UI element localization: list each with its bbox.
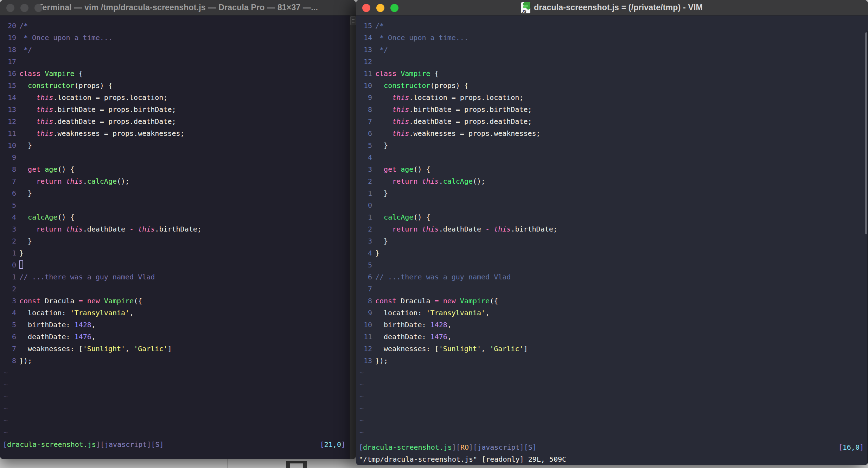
terminal-scrollbar[interactable]	[350, 15, 356, 459]
code-text: }	[19, 187, 32, 199]
window-title: JS dracula-screenshot.js = (/private/tmp…	[521, 2, 703, 13]
line-number: 1	[359, 211, 372, 223]
empty-line-tilde: ~	[0, 367, 350, 379]
minimize-button[interactable]	[20, 4, 28, 12]
code-line: 6 }	[0, 187, 350, 199]
vim-commandline: "/tmp/dracula-screenshot.js" [readonly] …	[356, 453, 868, 465]
code-line: 7	[356, 283, 868, 295]
empty-line-tilde: ~	[356, 391, 868, 403]
code-text: // ...there was a guy named Vlad	[19, 271, 155, 283]
line-number: 3	[3, 223, 16, 235]
line-number: 10	[359, 319, 372, 331]
code-line: 3const Dracula = new Vampire({	[0, 295, 350, 307]
code-line: 2 }	[0, 235, 350, 247]
line-number: 6	[359, 127, 372, 139]
line-number: 2	[359, 223, 372, 235]
code-line: 1 }	[356, 187, 868, 199]
line-number: 4	[359, 247, 372, 259]
code-text: location: 'Transylvania',	[19, 307, 134, 319]
scrollbar-thumb[interactable]	[865, 32, 867, 234]
code-line: 0	[0, 259, 350, 271]
line-number: 1	[3, 271, 16, 283]
code-line: 8const Dracula = new Vampire({	[356, 295, 868, 307]
empty-line-tilde: ~	[356, 415, 868, 426]
line-number: 8	[3, 163, 16, 175]
line-number: 2	[3, 283, 16, 295]
line-number: 5	[359, 259, 372, 271]
line-number: 7	[3, 175, 16, 187]
code-text: weaknesses: ['Sunlight', 'Garlic']	[375, 343, 528, 355]
code-text: }	[375, 139, 388, 151]
code-text: birthDate: 1428,	[19, 319, 96, 331]
code-line: 20/*	[0, 20, 350, 32]
code-line: 6// ...there was a guy named Vlad	[356, 271, 868, 283]
vim-buffer-left[interactable]: 20/*19 * Once upon a time...18 */1716cla…	[0, 15, 350, 459]
empty-line-tilde: ~	[0, 403, 350, 415]
code-line: 9 this.location = props.location;	[356, 91, 868, 103]
line-number: 7	[359, 115, 372, 127]
code-line: 10 birthDate: 1428,	[356, 319, 868, 331]
line-number: 9	[359, 91, 372, 103]
code-line: 8 get age() {	[0, 163, 350, 175]
code-line: 6 deathDate: 1476,	[0, 331, 350, 343]
code-line: 11 this.weaknesses = props.weaknesses;	[0, 127, 350, 139]
line-number: 7	[3, 343, 16, 355]
line-number: 11	[359, 68, 372, 80]
line-number: 8	[3, 355, 16, 367]
line-number: 11	[3, 127, 16, 139]
statusline-cursor-position: [16,0]	[838, 441, 864, 453]
line-number: 20	[3, 20, 16, 32]
line-number: 16	[3, 68, 16, 80]
code-line: 4	[356, 151, 868, 163]
line-number: 8	[359, 295, 372, 307]
line-number: 10	[359, 80, 372, 91]
code-text: });	[375, 355, 388, 367]
code-line: 2 return this.deathDate - this.birthDate…	[356, 223, 868, 235]
line-number: 15	[3, 80, 16, 91]
code-text: }	[375, 247, 379, 259]
code-line: 11class Vampire {	[356, 68, 868, 80]
empty-line-tilde: ~	[356, 367, 868, 379]
js-document-icon: JS	[521, 2, 530, 13]
code-text: calcAge() {	[19, 211, 75, 223]
code-line: 4 location: 'Transylvania',	[0, 307, 350, 319]
code-line: 7 weaknesses: ['Sunlight', 'Garlic']	[0, 343, 350, 355]
code-line: 12	[356, 56, 868, 68]
code-text: return this.calcAge();	[19, 175, 129, 187]
code-line: 7 return this.calcAge();	[0, 175, 350, 187]
code-text: location: 'Transylvania',	[375, 307, 490, 319]
code-line: 15 constructor(props) {	[0, 80, 350, 91]
split-pane-button[interactable]	[350, 16, 356, 25]
window-title: Terminal — vim /tmp/dracula-screenshot.j…	[38, 3, 318, 12]
line-number: 17	[3, 56, 16, 68]
line-number: 14	[3, 91, 16, 103]
empty-line-tilde: ~	[356, 426, 868, 438]
close-button[interactable]	[362, 4, 370, 12]
code-text: this.birthDate = props.birthDate;	[19, 103, 176, 115]
code-line: 14 * Once upon a time...	[356, 32, 868, 44]
line-number: 8	[359, 103, 372, 115]
zoom-button[interactable]	[34, 4, 43, 12]
code-text: }	[375, 235, 388, 247]
minimize-button[interactable]	[376, 4, 384, 12]
macvim-window: JS dracula-screenshot.js = (/private/tmp…	[356, 0, 868, 465]
code-text: }	[19, 139, 32, 151]
statusline-file-info: [dracula-screenshot.js][javascript][S]	[3, 438, 164, 450]
close-button[interactable]	[6, 4, 14, 12]
code-line: 19 * Once upon a time...	[0, 32, 350, 44]
code-line: 5 }	[356, 139, 868, 151]
terminal-titlebar[interactable]: Terminal — vim /tmp/dracula-screenshot.j…	[0, 0, 356, 15]
code-text: birthDate: 1428,	[375, 319, 452, 331]
line-number: 0	[359, 199, 372, 211]
empty-line-tilde: ~	[0, 391, 350, 403]
line-number: 0	[3, 259, 16, 271]
code-text: this.weaknesses = props.weaknesses;	[375, 127, 541, 139]
code-text: /*	[19, 20, 28, 32]
code-line: 5 birthDate: 1428,	[0, 319, 350, 331]
code-line: 8 this.birthDate = props.birthDate;	[356, 103, 868, 115]
vim-buffer-right[interactable]: 15/*14 * Once upon a time...13 */1211cla…	[356, 15, 868, 465]
empty-line-tilde: ~	[0, 379, 350, 391]
macvim-titlebar[interactable]: JS dracula-screenshot.js = (/private/tmp…	[356, 0, 868, 15]
zoom-button[interactable]	[390, 4, 398, 12]
code-line: 5	[0, 199, 350, 211]
